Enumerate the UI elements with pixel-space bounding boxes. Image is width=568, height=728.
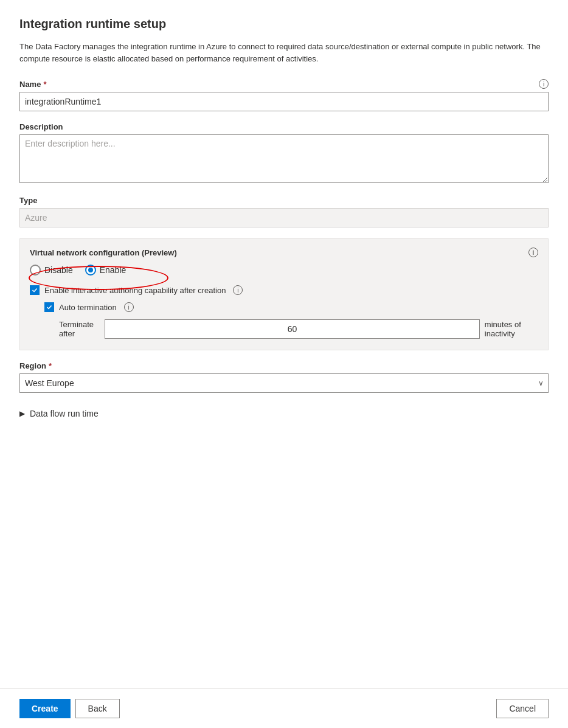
name-required-star: * xyxy=(43,80,46,89)
name-input[interactable] xyxy=(19,92,549,111)
enable-radio-text: Enable xyxy=(100,265,126,275)
footer: Create Back Cancel xyxy=(0,688,568,728)
name-info-icon[interactable]: i xyxy=(539,79,549,89)
auto-termination-row: Auto termination i xyxy=(44,302,538,312)
type-label: Type xyxy=(19,196,549,205)
vnet-section: Virtual network configuration (Preview) … xyxy=(19,238,549,350)
interactive-authoring-checkbox[interactable] xyxy=(30,285,40,295)
data-flow-chevron-icon: ▶ xyxy=(19,409,25,418)
name-label-row: Name * i xyxy=(19,79,549,89)
data-flow-row[interactable]: ▶ Data flow run time xyxy=(19,404,549,423)
footer-left: Create Back xyxy=(19,699,120,718)
name-label: Name * xyxy=(19,80,46,89)
vnet-info-icon[interactable]: i xyxy=(528,248,538,257)
vnet-title: Virtual network configuration (Preview) … xyxy=(30,248,538,257)
description-text: The Data Factory manages the integration… xyxy=(19,41,542,64)
checkmark-icon xyxy=(32,287,38,293)
interactive-authoring-info-icon[interactable]: i xyxy=(233,285,243,295)
terminate-row: Terminate after minutes of inactivity xyxy=(59,319,538,339)
disable-radio-label[interactable]: Disable xyxy=(30,265,73,276)
region-value: West Europe xyxy=(25,378,74,388)
enable-radio-outer xyxy=(85,265,96,276)
auto-termination-info-icon[interactable]: i xyxy=(124,302,134,312)
description-input[interactable] xyxy=(19,134,549,183)
enable-radio-inner xyxy=(88,268,93,272)
auto-termination-checkbox[interactable] xyxy=(44,302,54,312)
enable-radio-label[interactable]: Enable xyxy=(85,265,126,276)
interactive-authoring-label: Enable interactive authoring capability … xyxy=(44,286,226,295)
cancel-button[interactable]: Cancel xyxy=(496,699,549,718)
terminate-suffix: minutes of inactivity xyxy=(485,320,538,338)
content-area: Integration runtime setup The Data Facto… xyxy=(0,0,568,688)
terminate-label: Terminate after xyxy=(59,320,100,338)
name-field-group: Name * i xyxy=(19,79,549,111)
type-field-group: Type Azure xyxy=(19,196,549,227)
disable-radio-outer xyxy=(30,265,41,276)
data-flow-label: Data flow run time xyxy=(30,409,99,418)
create-button[interactable]: Create xyxy=(19,699,71,718)
page-wrapper: Integration runtime setup The Data Facto… xyxy=(0,0,568,728)
region-select-wrapper: West Europe ∨ xyxy=(19,373,549,393)
description-field-group: Description xyxy=(19,122,549,185)
region-required-star: * xyxy=(49,361,52,370)
vnet-radio-group: Disable Enable xyxy=(30,265,538,276)
interactive-authoring-row: Enable interactive authoring capability … xyxy=(30,285,538,295)
region-field-group: Region * West Europe ∨ xyxy=(19,361,549,393)
description-label: Description xyxy=(19,122,549,131)
region-select[interactable]: West Europe xyxy=(19,373,549,393)
type-value: Azure xyxy=(19,208,549,227)
auto-termination-checkmark-icon xyxy=(46,304,52,310)
back-button[interactable]: Back xyxy=(75,699,120,718)
disable-radio-text: Disable xyxy=(44,265,73,275)
terminate-input[interactable] xyxy=(105,319,479,339)
auto-termination-label: Auto termination xyxy=(59,303,117,312)
region-label: Region * xyxy=(19,361,549,370)
page-title: Integration runtime setup xyxy=(19,17,549,31)
